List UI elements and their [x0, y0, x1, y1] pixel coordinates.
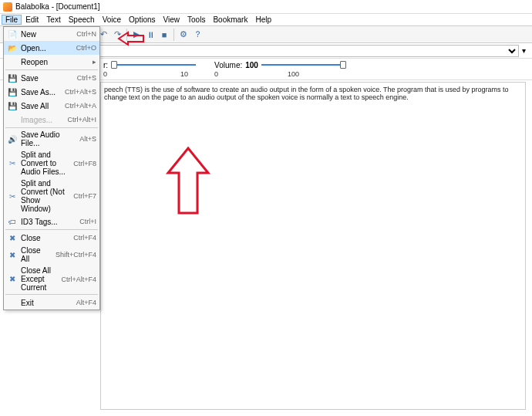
menu-item-images: Images...Ctrl+Alt+I [4, 113, 99, 127]
settings-icon[interactable]: ⚙ [177, 29, 190, 41]
volume-label: Volume: [214, 61, 242, 69]
saveas-icon: 💾 [7, 86, 18, 97]
menu-bar: FileEditTextSpeechVoiceOptionsViewToolsB… [0, 14, 532, 26]
menu-item-shortcut: Ctrl+F8 [73, 160, 96, 167]
menu-item-split-and-convert-not-show-window[interactable]: ✂Split and Convert (Not Show Window)Ctrl… [4, 178, 99, 215]
open-icon: 📂 [7, 42, 18, 53]
audio-icon: 🔊 [7, 134, 18, 144]
menu-help[interactable]: Help [251, 15, 275, 25]
menu-item-shortcut: Ctrl+F7 [73, 192, 96, 200]
closeall-icon: ✖ [7, 249, 18, 260]
menu-item-exit[interactable]: ExitAlt+F4 [4, 296, 99, 309]
menu-item-shortcut: Ctrl+F4 [73, 234, 96, 242]
menu-item-label: Images... [21, 116, 61, 124]
menu-item-shortcut: Ctrl+S [77, 74, 96, 82]
blank-icon [7, 114, 18, 125]
split2-icon: ✂ [7, 191, 18, 201]
menu-item-shortcut: Ctrl+Alt+F4 [61, 276, 96, 283]
menu-item-shortcut: Alt+F4 [76, 299, 96, 306]
menu-item-label: Exit [21, 299, 70, 307]
menu-item-label: Save Audio File... [21, 130, 73, 147]
menu-item-reopen[interactable]: Reopen▸ [4, 55, 99, 69]
menu-separator [5, 294, 98, 295]
rate-slider[interactable]: r: 0 10 [103, 61, 196, 78]
menu-edit[interactable]: Edit [22, 15, 42, 25]
menu-item-shortcut: Ctrl+I [79, 218, 96, 225]
stop-icon[interactable]: ■ [158, 29, 170, 41]
closeexc-icon: ✖ [7, 274, 18, 285]
id3-icon: 🏷 [7, 216, 18, 227]
menu-item-label: Close [21, 234, 67, 242]
app-icon [3, 2, 12, 12]
split-icon: ✂ [7, 158, 18, 169]
menu-item-shortcut: Ctrl+O [76, 44, 96, 52]
menu-file[interactable]: File [2, 15, 22, 25]
menu-tools[interactable]: Tools [184, 15, 209, 25]
volume-slider[interactable]: Volume: 100 0 100 [214, 61, 346, 78]
pause-icon[interactable]: ⏸ [144, 29, 157, 41]
menu-item-label: Open... [21, 44, 70, 52]
menu-item-new[interactable]: 📄NewCtrl+N [4, 27, 99, 41]
dropdown-arrow-icon[interactable]: ▾ [519, 46, 529, 55]
menu-text[interactable]: Text [42, 15, 64, 25]
menu-item-shortcut: Alt+S [79, 135, 96, 143]
menu-item-label: Save All [21, 102, 59, 110]
annotation-arrow-body [165, 147, 211, 216]
menu-item-label: Split and Convert to Audio Files... [21, 151, 67, 176]
menu-view[interactable]: View [160, 15, 184, 25]
menu-options[interactable]: Options [125, 15, 159, 25]
window-title: Balabolka - [Document1] [15, 2, 100, 11]
menu-bookmark[interactable]: Bookmark [209, 15, 251, 25]
menu-item-label: New [21, 30, 70, 39]
menu-item-close[interactable]: ✖CloseCtrl+F4 [4, 231, 99, 245]
blank-icon [7, 56, 18, 67]
menu-item-save-audio-file[interactable]: 🔊Save Audio File...Alt+S [4, 129, 99, 149]
new-icon: 📄 [7, 29, 18, 39]
rate-label: r: [103, 61, 108, 69]
text-area[interactable]: peech (TTS) is the use of software to cr… [100, 82, 526, 410]
menu-item-label: Save [21, 74, 71, 83]
menu-separator [5, 229, 98, 230]
menu-item-label: Close All Except Current [21, 266, 55, 292]
menu-item-label: ID3 Tags... [21, 218, 73, 226]
menu-item-shortcut: Ctrl+Alt+I [67, 116, 96, 123]
saveall-icon: 💾 [7, 100, 18, 111]
menu-item-shortcut: Shift+Ctrl+F4 [56, 251, 96, 259]
help-icon[interactable]: ？ [191, 29, 204, 41]
body-text: peech (TTS) is the use of software to cr… [104, 86, 522, 101]
save-icon: 💾 [7, 73, 18, 83]
menu-speech[interactable]: Speech [65, 15, 99, 25]
menu-item-open[interactable]: 📂Open...Ctrl+O [4, 41, 99, 55]
menu-item-shortcut: Ctrl+Alt+A [65, 102, 96, 110]
submenu-arrow-icon: ▸ [93, 58, 96, 66]
menu-item-save-all[interactable]: 💾Save AllCtrl+Alt+A [4, 99, 99, 113]
menu-voice[interactable]: Voice [99, 15, 125, 25]
menu-separator [5, 69, 98, 70]
menu-item-label: Split and Convert (Not Show Window) [21, 179, 67, 213]
menu-item-split-and-convert-to-audio-files[interactable]: ✂Split and Convert to Audio Files...Ctrl… [4, 149, 99, 178]
menu-item-shortcut: Ctrl+N [76, 30, 96, 38]
menu-item-close-all-except-current[interactable]: ✖Close All Except CurrentCtrl+Alt+F4 [4, 265, 99, 293]
menu-item-close-all[interactable]: ✖Close AllShift+Ctrl+F4 [4, 245, 99, 265]
volume-value: 100 [245, 61, 258, 69]
menu-item-id3-tags[interactable]: 🏷ID3 Tags...Ctrl+I [4, 215, 99, 228]
menu-item-label: Close All [21, 246, 49, 263]
title-bar: Balabolka - [Document1] [0, 0, 532, 14]
file-menu-dropdown: 📄NewCtrl+N📂Open...Ctrl+OReopen▸💾SaveCtrl… [3, 26, 100, 310]
annotation-arrow-open [117, 31, 145, 46]
menu-item-save-as[interactable]: 💾Save As...Ctrl+Alt+S [4, 85, 99, 99]
blank-icon [7, 297, 18, 308]
menu-separator [5, 127, 98, 128]
menu-item-label: Save As... [21, 88, 59, 96]
menu-item-save[interactable]: 💾SaveCtrl+S [4, 71, 99, 85]
close-icon: ✖ [7, 232, 18, 243]
menu-item-label: Reopen [21, 58, 89, 66]
menu-item-shortcut: Ctrl+Alt+S [65, 88, 96, 96]
